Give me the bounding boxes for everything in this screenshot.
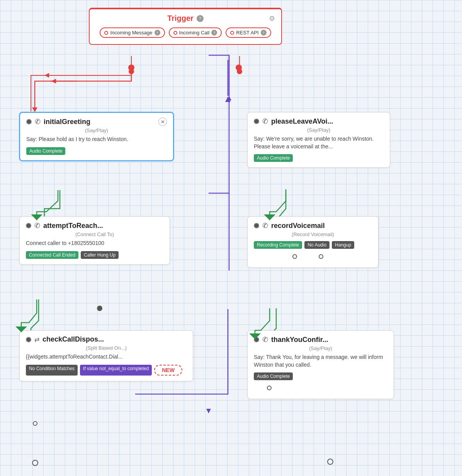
trigger-gear-icon[interactable]: ⚙ (269, 14, 275, 23)
node-connector-dot (254, 337, 259, 342)
node-content: Say: We're sorry, we are unable to reach… (254, 135, 384, 150)
recording-complete-badge[interactable]: Recording Complete (254, 241, 302, 249)
node-header: ✆ recordVoicemail (254, 221, 372, 230)
node-title: recordVoicemail (271, 222, 325, 230)
audio-complete-badge[interactable]: Audio Complete (254, 154, 293, 162)
node-connector-dot (254, 223, 259, 228)
node-subtitle: (Connect Call To) (26, 231, 163, 237)
audio-complete-badge[interactable]: Audio Complete (254, 372, 293, 380)
svg-marker-6 (32, 107, 37, 112)
if-value-badge[interactable]: If value not_equal_to completed (80, 365, 152, 376)
new-badge[interactable]: NEW (154, 365, 182, 376)
node-title: thankYouConfir... (271, 336, 328, 344)
phone-icon: ✆ (262, 221, 268, 230)
trigger-badges: Incoming Message ? Incoming Call ? REST … (96, 27, 275, 38)
node-badges: Audio Complete (26, 147, 167, 155)
node-title: initialGreeting (44, 118, 90, 126)
rest-api-badge[interactable]: REST API ? (226, 27, 271, 38)
phone-icon: ✆ (35, 117, 41, 126)
node-content: Say: Please hold as I try to reach Winst… (26, 136, 167, 143)
connected-call-ended-badge[interactable]: Connected Call Ended (26, 251, 78, 259)
node-connector-dot (26, 337, 31, 342)
node-title: checkCallDispos... (42, 335, 104, 343)
svg-point-5 (128, 65, 134, 71)
badge-help-icon[interactable]: ? (155, 30, 160, 36)
node-header: ✆ pleaseLeaveAVoi... (254, 117, 384, 126)
no-audio-term-dot (292, 254, 297, 259)
node-subtitle: (Say/Play) (254, 345, 387, 351)
svg-marker-11 (225, 97, 231, 102)
svg-point-8 (236, 65, 242, 71)
node-badges: Connected Call Ended Caller Hung Up (26, 251, 163, 259)
no-audio-badge[interactable]: No Audio (304, 241, 330, 249)
node-badges: Audio Complete (254, 372, 387, 380)
node-content: Say: Thank You, for leaving a message. w… (254, 354, 387, 369)
svg-point-14 (32, 460, 38, 466)
svg-marker-7 (51, 79, 56, 83)
trigger-help-icon[interactable]: ? (197, 15, 204, 22)
node-header: ✆ thankYouConfir... (254, 335, 387, 344)
node-connector-dot (26, 223, 31, 228)
thank-you-confir-node: ✆ thankYouConfir... (Say/Play) Say: Than… (247, 330, 394, 399)
svg-marker-1 (206, 409, 211, 413)
incoming-message-badge[interactable]: Incoming Message ? (100, 27, 165, 38)
hangup-term-dot (319, 254, 323, 259)
svg-point-3 (237, 69, 242, 74)
node-subtitle: (Say/Play) (254, 127, 384, 133)
please-leave-a-voi-node: ✆ pleaseLeaveAVoi... (Say/Play) Say: We'… (247, 112, 390, 168)
node-header: ⇄ checkCallDispos... (26, 335, 187, 343)
svg-point-16 (97, 306, 102, 311)
node-header: ✆ initialGreeting ✕ (26, 117, 167, 126)
node-badges: Audio Complete (254, 154, 384, 162)
badge-help-icon[interactable]: ? (261, 30, 267, 36)
badge-label: Incoming Call (179, 30, 210, 36)
node-badges: No Condition Matches If value not_equal_… (26, 365, 187, 376)
badge-label: Incoming Message (110, 30, 152, 36)
badge-help-icon[interactable]: ? (211, 30, 217, 36)
check-call-dispos-node: ⇄ checkCallDispos... (Split Based On...)… (19, 330, 193, 381)
phone-icon: ✆ (262, 335, 268, 344)
node-content: Connect caller to +18025550100 (26, 240, 163, 247)
node-subtitle: (Split Based On...) (26, 345, 187, 351)
badge-dot (104, 31, 108, 35)
svg-marker-2 (227, 96, 231, 100)
caller-hung-up-badge[interactable]: Caller Hung Up (81, 251, 119, 259)
node-content: {{widgets.attemptToReachContact.Dial... (26, 353, 187, 361)
trigger-header: Trigger ? ⚙ (96, 14, 275, 23)
node-title: attemptToReach... (43, 222, 103, 230)
record-voicemail-node: ✆ recordVoicemail (Record Voicemail) Rec… (247, 216, 379, 268)
node-title: pleaseLeaveAVoi... (271, 117, 333, 126)
svg-point-15 (328, 459, 333, 464)
node-badges: Recording Complete No Audio Hangup (254, 241, 372, 249)
node-connector-dot (254, 119, 259, 124)
node-subtitle: (Say/Play) (26, 128, 167, 133)
node-subtitle: (Record Voicemail) (254, 231, 372, 237)
audio-complete-term-dot (267, 386, 272, 390)
badge-label: REST API (236, 30, 258, 36)
node-header: ✆ attemptToReach... (26, 221, 163, 230)
initial-greeting-node: ✆ initialGreeting ✕ (Say/Play) Say: Plea… (19, 112, 174, 161)
audio-complete-badge[interactable]: Audio Complete (26, 147, 65, 155)
no-condition-matches-badge[interactable]: No Condition Matches (26, 365, 78, 376)
svg-point-4 (129, 69, 134, 74)
badge-dot (230, 31, 234, 35)
split-icon: ⇄ (34, 336, 39, 343)
trigger-node: Trigger ? ⚙ Incoming Message ? Incoming … (89, 8, 282, 45)
attempt-to-reach-node: ✆ attemptToReach... (Connect Call To) Co… (19, 216, 170, 265)
close-icon[interactable]: ✕ (158, 117, 167, 126)
node-connector-dot (26, 119, 32, 124)
phone-icon: ✆ (262, 117, 268, 126)
hangup-badge[interactable]: Hangup (332, 241, 354, 249)
phone-icon: ✆ (34, 221, 40, 230)
incoming-call-badge[interactable]: Incoming Call ? (169, 27, 222, 38)
badge-dot (173, 31, 177, 35)
check-call-dispos-term-dot-1 (33, 421, 37, 426)
trigger-title: Trigger (167, 14, 194, 23)
